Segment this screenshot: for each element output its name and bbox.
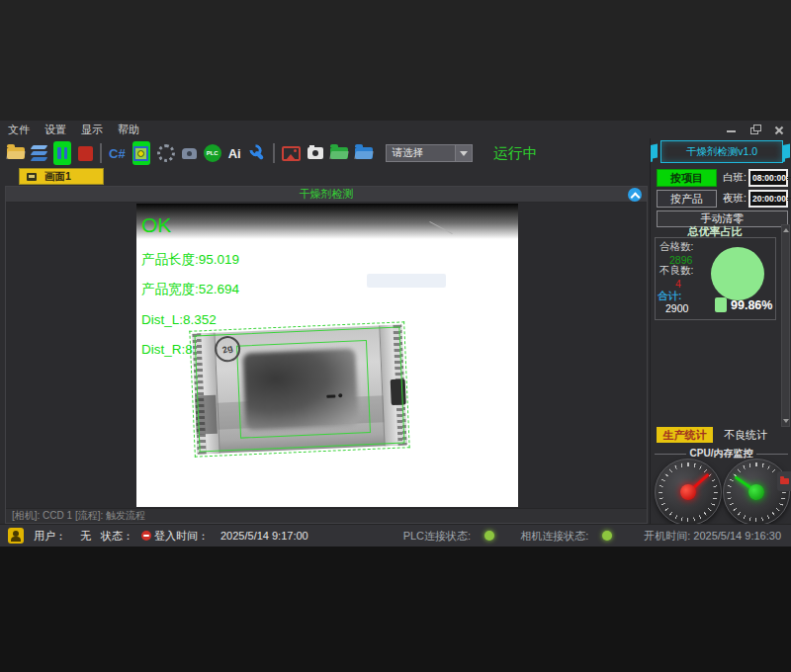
- login-time-value: 2025/5/14 9:17:00: [220, 530, 308, 542]
- memory-gauge-hub: [748, 484, 764, 500]
- viewer-title: 干燥剂检测: [300, 187, 354, 202]
- gear-button[interactable]: [157, 144, 175, 162]
- cpu-gauge: [655, 459, 722, 526]
- right-panel: 干燥剂检测v1.0 按项目 白班: 08:00:00 按产品 夜班: 20:00…: [650, 138, 791, 524]
- gear-icon: [157, 144, 175, 162]
- open-folder-icon[interactable]: [7, 147, 25, 159]
- pause-button[interactable]: [53, 141, 71, 165]
- save-folder-button[interactable]: [330, 147, 348, 159]
- user-icon[interactable]: [8, 528, 24, 544]
- camera-capture-button[interactable]: [182, 148, 197, 159]
- stats-scrollbar[interactable]: [781, 224, 790, 427]
- camera-capture-icon: [182, 148, 197, 159]
- by-project-button[interactable]: 按项目: [657, 169, 717, 187]
- red-folder-icon: [780, 478, 789, 484]
- status-bar-right: PLC连接状态: 相机连接状态: 开机时间: 2025/5/14 9:16:30: [403, 529, 791, 544]
- camera-flow-status-text: [相机]: CCD 1 [流程]: 触发流程: [12, 509, 145, 523]
- camera-image: OK 产品长度:95.019 产品宽度:52.694 Dist_L:8.352 …: [136, 204, 518, 507]
- pie-legend-swatch: [715, 297, 727, 312]
- viewer-header: 干燥剂检测: [6, 187, 647, 203]
- measurement-width: 产品宽度:52.694: [141, 281, 239, 298]
- login-time-label: 登入时间：: [154, 529, 209, 544]
- flag-decoration-icon: [653, 143, 658, 158]
- stats-box: 合格数: 2896 不良数: 4 合计: 2900 99.86%: [655, 237, 776, 320]
- load-folder-button[interactable]: [355, 147, 373, 159]
- layers-icon[interactable]: [32, 145, 46, 161]
- csharp-icon[interactable]: C#: [109, 146, 126, 161]
- state-label: 状态：: [101, 529, 133, 544]
- select-dropdown-value: 请选择: [393, 146, 424, 160]
- divider: [655, 454, 686, 455]
- result-ok-label: OK: [141, 213, 171, 237]
- wrench-icon: [244, 140, 269, 165]
- camera-connection-label: 相机连接状态:: [520, 529, 588, 544]
- restore-icon[interactable]: [749, 124, 761, 135]
- plc-connection-label: PLC连接状态:: [403, 529, 471, 544]
- project-title: 干燥剂检测v1.0: [660, 140, 783, 163]
- night-shift-time-value: 20:00:00: [752, 194, 786, 204]
- night-shift-time-field[interactable]: 20:00:00: [748, 190, 788, 208]
- measurement-length: 产品长度:95.019: [141, 251, 239, 269]
- yield-pie-chart: [711, 247, 764, 300]
- tab-screen1-label: 画面1: [44, 170, 71, 184]
- measurement-dist-l: Dist_L:8.352: [141, 312, 217, 327]
- menu-help[interactable]: 帮助: [118, 123, 139, 137]
- total-count-value: 2900: [665, 302, 688, 314]
- scroll-down-icon[interactable]: [783, 419, 789, 423]
- window-controls: [726, 123, 785, 136]
- toolbar-separator: [273, 143, 275, 163]
- camera-connected-icon: [602, 531, 612, 541]
- app-window: 文件 设置 显示 帮助 C# PLC Ai: [0, 121, 791, 546]
- stop-button[interactable]: [78, 146, 93, 161]
- menu-file[interactable]: 文件: [8, 123, 30, 137]
- day-shift-time-field[interactable]: 08:00:00: [748, 169, 788, 187]
- side-flyout-tab[interactable]: [777, 471, 791, 491]
- user-label: 用户：: [34, 529, 66, 544]
- tab-screen1[interactable]: 画面1: [19, 168, 104, 185]
- logged-out-status-icon: [141, 531, 151, 541]
- camera-icon: [308, 147, 323, 159]
- divider: [756, 454, 788, 455]
- project-title-box: 干燥剂检测v1.0: [651, 140, 791, 163]
- toolbar-separator: [100, 143, 102, 163]
- menu-settings[interactable]: 设置: [44, 123, 66, 137]
- fail-count-value: 4: [675, 278, 681, 290]
- menu-display[interactable]: 显示: [81, 123, 103, 137]
- menu-bar: 文件 设置 显示 帮助: [0, 121, 791, 138]
- viewer-canvas[interactable]: OK 产品长度:95.019 产品宽度:52.694 Dist_L:8.352 …: [6, 203, 647, 510]
- minimize-icon[interactable]: [726, 124, 738, 135]
- toolbar: C# PLC Ai 请选择 运行中: [0, 138, 653, 168]
- tab-production-stats[interactable]: 生产统计: [657, 427, 713, 443]
- by-product-button[interactable]: 按产品: [657, 190, 717, 208]
- user-value: 无: [80, 529, 91, 544]
- boot-time-label: 开机时间: 2025/5/14 9:16:30: [644, 529, 781, 544]
- select-dropdown[interactable]: 请选择: [386, 144, 473, 162]
- status-bar: 用户： 无 状态： 登入时间： 2025/5/14 9:17:00 PLC连接状…: [0, 524, 791, 546]
- watermark-overlay: [367, 274, 446, 288]
- pass-count-label: 合格数:: [659, 240, 693, 254]
- screen-icon: [27, 173, 37, 181]
- target-eye-icon: [133, 146, 148, 161]
- letterbox-bottom: [0, 546, 791, 672]
- camera-button[interactable]: [308, 147, 323, 159]
- tab-defect-stats[interactable]: 不良统计: [719, 427, 772, 443]
- image-top-shade: [136, 204, 518, 239]
- stop-icon: [78, 146, 93, 161]
- save-folder-icon: [330, 147, 348, 159]
- load-folder-icon: [355, 147, 373, 159]
- run-status-label: 运行中: [493, 144, 538, 163]
- chevron-down-icon[interactable]: [455, 145, 472, 161]
- cpu-gauge-hub: [680, 484, 696, 500]
- wrench-button[interactable]: [248, 144, 266, 162]
- viewer-panel: 干燥剂检测 OK 产品长度:95.019 产品宽度:52.694 Dist_L:…: [5, 186, 648, 524]
- screenshot-stage: 文件 设置 显示 帮助 C# PLC Ai: [0, 0, 791, 672]
- camera-flow-status: [相机]: CCD 1 [流程]: 触发流程: [6, 508, 647, 523]
- target-eye-button[interactable]: [132, 141, 150, 165]
- collapse-up-icon[interactable]: [628, 188, 642, 202]
- ai-icon[interactable]: Ai: [228, 146, 241, 161]
- close-icon[interactable]: [773, 124, 785, 135]
- plc-icon[interactable]: PLC: [204, 144, 221, 162]
- image-button[interactable]: [282, 146, 301, 161]
- scroll-up-icon[interactable]: [783, 228, 789, 232]
- plc-connected-icon: [484, 531, 494, 541]
